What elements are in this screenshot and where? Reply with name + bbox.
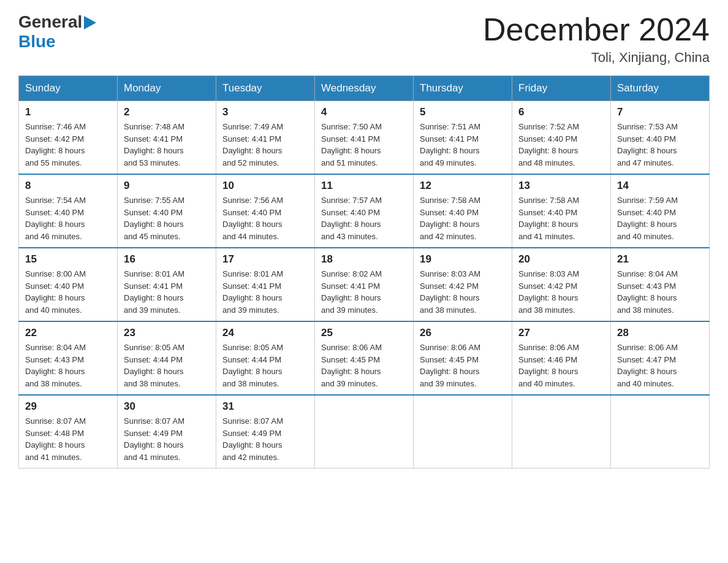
day-info: Sunrise: 8:01 AM Sunset: 4:41 PM Dayligh… (124, 268, 210, 316)
day-info: Sunrise: 7:46 AM Sunset: 4:42 PM Dayligh… (25, 121, 111, 169)
table-row: 18 Sunrise: 8:02 AM Sunset: 4:41 PM Dayl… (315, 248, 414, 321)
day-number: 9 (124, 180, 210, 192)
day-info: Sunrise: 7:48 AM Sunset: 4:41 PM Dayligh… (124, 121, 210, 169)
table-row: 3 Sunrise: 7:49 AM Sunset: 4:41 PM Dayli… (216, 101, 315, 175)
title-section: December 2024 Toli, Xinjiang, China (483, 12, 710, 66)
day-info: Sunrise: 7:52 AM Sunset: 4:40 PM Dayligh… (518, 121, 604, 169)
header-thursday: Thursday (414, 76, 512, 101)
logo: General Blue (18, 12, 96, 52)
day-info: Sunrise: 8:06 AM Sunset: 4:47 PM Dayligh… (617, 342, 703, 389)
day-number: 8 (25, 180, 111, 192)
table-row: 9 Sunrise: 7:55 AM Sunset: 4:40 PM Dayli… (118, 174, 216, 248)
logo-arrow-icon (84, 16, 96, 29)
table-row: 12 Sunrise: 7:58 AM Sunset: 4:40 PM Dayl… (414, 174, 512, 248)
day-info: Sunrise: 7:59 AM Sunset: 4:40 PM Dayligh… (617, 194, 703, 242)
day-info: Sunrise: 8:07 AM Sunset: 4:48 PM Dayligh… (25, 415, 111, 463)
header-wednesday: Wednesday (315, 76, 414, 101)
header-sunday: Sunday (19, 76, 118, 101)
calendar-week-row: 15 Sunrise: 8:00 AM Sunset: 4:40 PM Dayl… (19, 248, 710, 321)
table-row: 26 Sunrise: 8:06 AM Sunset: 4:45 PM Dayl… (414, 321, 512, 395)
table-row: 16 Sunrise: 8:01 AM Sunset: 4:41 PM Dayl… (118, 248, 216, 321)
calendar-header-row: Sunday Monday Tuesday Wednesday Thursday… (19, 76, 710, 101)
logo-general-text: General (18, 12, 82, 32)
day-info: Sunrise: 8:05 AM Sunset: 4:44 PM Dayligh… (222, 342, 308, 389)
calendar-week-row: 1 Sunrise: 7:46 AM Sunset: 4:42 PM Dayli… (19, 101, 710, 175)
day-number: 29 (25, 400, 111, 413)
day-number: 21 (617, 253, 703, 266)
day-info: Sunrise: 8:00 AM Sunset: 4:40 PM Dayligh… (25, 268, 111, 316)
day-info: Sunrise: 8:07 AM Sunset: 4:49 PM Dayligh… (222, 415, 308, 463)
table-row: 10 Sunrise: 7:56 AM Sunset: 4:40 PM Dayl… (216, 174, 315, 248)
table-row: 21 Sunrise: 8:04 AM Sunset: 4:43 PM Dayl… (611, 248, 710, 321)
day-info: Sunrise: 7:50 AM Sunset: 4:41 PM Dayligh… (321, 121, 407, 169)
day-number: 19 (420, 253, 506, 266)
day-number: 1 (25, 106, 111, 118)
day-info: Sunrise: 8:01 AM Sunset: 4:41 PM Dayligh… (222, 268, 308, 316)
calendar-table: Sunday Monday Tuesday Wednesday Thursday… (18, 75, 710, 469)
day-info: Sunrise: 7:56 AM Sunset: 4:40 PM Dayligh… (222, 194, 308, 242)
day-number: 11 (321, 180, 407, 192)
calendar-week-row: 22 Sunrise: 8:04 AM Sunset: 4:43 PM Dayl… (19, 321, 710, 395)
table-row: 24 Sunrise: 8:05 AM Sunset: 4:44 PM Dayl… (216, 321, 315, 395)
day-info: Sunrise: 8:04 AM Sunset: 4:43 PM Dayligh… (25, 342, 111, 389)
day-number: 16 (124, 253, 210, 266)
table-row: 19 Sunrise: 8:03 AM Sunset: 4:42 PM Dayl… (414, 248, 512, 321)
day-info: Sunrise: 8:06 AM Sunset: 4:46 PM Dayligh… (518, 342, 604, 389)
table-row: 14 Sunrise: 7:59 AM Sunset: 4:40 PM Dayl… (611, 174, 710, 248)
day-number: 25 (321, 327, 407, 339)
day-number: 7 (617, 106, 703, 118)
page-header: General Blue December 2024 Toli, Xinjian… (18, 12, 710, 66)
table-row (315, 395, 414, 469)
table-row: 5 Sunrise: 7:51 AM Sunset: 4:41 PM Dayli… (414, 101, 512, 175)
day-info: Sunrise: 7:51 AM Sunset: 4:41 PM Dayligh… (420, 121, 506, 169)
table-row: 29 Sunrise: 8:07 AM Sunset: 4:48 PM Dayl… (19, 395, 118, 469)
table-row: 22 Sunrise: 8:04 AM Sunset: 4:43 PM Dayl… (19, 321, 118, 395)
day-info: Sunrise: 8:03 AM Sunset: 4:42 PM Dayligh… (518, 268, 604, 316)
day-info: Sunrise: 8:07 AM Sunset: 4:49 PM Dayligh… (124, 415, 210, 463)
logo-blue-text: Blue (18, 32, 56, 51)
day-number: 24 (222, 327, 308, 339)
table-row: 28 Sunrise: 8:06 AM Sunset: 4:47 PM Dayl… (611, 321, 710, 395)
table-row: 13 Sunrise: 7:58 AM Sunset: 4:40 PM Dayl… (512, 174, 611, 248)
table-row: 6 Sunrise: 7:52 AM Sunset: 4:40 PM Dayli… (512, 101, 611, 175)
table-row: 27 Sunrise: 8:06 AM Sunset: 4:46 PM Dayl… (512, 321, 611, 395)
header-saturday: Saturday (611, 76, 710, 101)
calendar-week-row: 8 Sunrise: 7:54 AM Sunset: 4:40 PM Dayli… (19, 174, 710, 248)
day-info: Sunrise: 7:58 AM Sunset: 4:40 PM Dayligh… (518, 194, 604, 242)
table-row: 30 Sunrise: 8:07 AM Sunset: 4:49 PM Dayl… (118, 395, 216, 469)
day-number: 26 (420, 327, 506, 339)
day-number: 18 (321, 253, 407, 266)
day-info: Sunrise: 7:54 AM Sunset: 4:40 PM Dayligh… (25, 194, 111, 242)
header-tuesday: Tuesday (216, 76, 315, 101)
day-number: 4 (321, 106, 407, 118)
table-row: 23 Sunrise: 8:05 AM Sunset: 4:44 PM Dayl… (118, 321, 216, 395)
table-row: 25 Sunrise: 8:06 AM Sunset: 4:45 PM Dayl… (315, 321, 414, 395)
day-number: 12 (420, 180, 506, 192)
day-number: 28 (617, 327, 703, 339)
calendar-week-row: 29 Sunrise: 8:07 AM Sunset: 4:48 PM Dayl… (19, 395, 710, 469)
table-row: 7 Sunrise: 7:53 AM Sunset: 4:40 PM Dayli… (611, 101, 710, 175)
day-info: Sunrise: 7:57 AM Sunset: 4:40 PM Dayligh… (321, 194, 407, 242)
day-info: Sunrise: 8:02 AM Sunset: 4:41 PM Dayligh… (321, 268, 407, 316)
day-number: 14 (617, 180, 703, 192)
day-number: 15 (25, 253, 111, 266)
day-number: 23 (124, 327, 210, 339)
day-number: 6 (518, 106, 604, 118)
day-info: Sunrise: 8:04 AM Sunset: 4:43 PM Dayligh… (617, 268, 703, 316)
day-info: Sunrise: 8:05 AM Sunset: 4:44 PM Dayligh… (124, 342, 210, 389)
header-friday: Friday (512, 76, 611, 101)
day-number: 10 (222, 180, 308, 192)
day-number: 20 (518, 253, 604, 266)
table-row (611, 395, 710, 469)
day-number: 30 (124, 400, 210, 413)
table-row: 31 Sunrise: 8:07 AM Sunset: 4:49 PM Dayl… (216, 395, 315, 469)
day-info: Sunrise: 7:49 AM Sunset: 4:41 PM Dayligh… (222, 121, 308, 169)
table-row (414, 395, 512, 469)
location: Toli, Xinjiang, China (483, 50, 710, 66)
svg-marker-0 (84, 16, 96, 29)
table-row: 15 Sunrise: 8:00 AM Sunset: 4:40 PM Dayl… (19, 248, 118, 321)
day-info: Sunrise: 7:55 AM Sunset: 4:40 PM Dayligh… (124, 194, 210, 242)
day-info: Sunrise: 8:03 AM Sunset: 4:42 PM Dayligh… (420, 268, 506, 316)
table-row (512, 395, 611, 469)
day-number: 3 (222, 106, 308, 118)
